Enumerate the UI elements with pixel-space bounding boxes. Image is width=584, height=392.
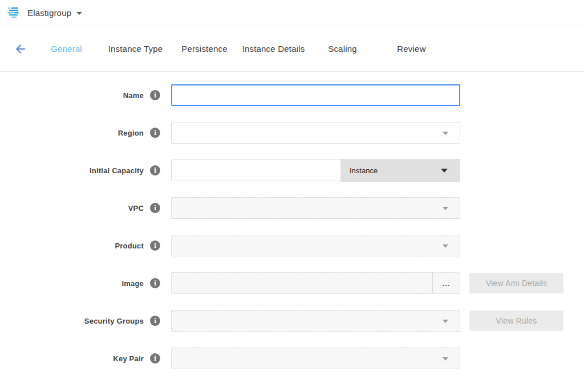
- name-input[interactable]: [171, 84, 460, 106]
- tab-instance-details[interactable]: Instance Details: [239, 44, 308, 54]
- image-row: Image i ... View Ami Details: [0, 272, 584, 294]
- initial-capacity-input[interactable]: [171, 160, 340, 181]
- product-label: Product: [115, 242, 144, 250]
- capacity-unit-select[interactable]: Instance: [340, 159, 460, 182]
- tab-persistence[interactable]: Persistence: [170, 44, 239, 54]
- security-groups-select: [171, 310, 460, 332]
- app-name: Elastigroup: [27, 8, 71, 18]
- region-row: Region i: [0, 122, 584, 144]
- vpc-label: VPC: [128, 204, 144, 213]
- security-groups-row: Security Groups i View Rules: [0, 310, 584, 332]
- image-label: Image: [121, 279, 144, 288]
- info-icon[interactable]: i: [150, 316, 160, 326]
- name-row: Name i: [0, 84, 584, 106]
- tab-instance-type[interactable]: Instance Type: [101, 44, 170, 54]
- view-ami-details-button: View Ami Details: [469, 273, 563, 293]
- chevron-down-icon: [443, 357, 448, 361]
- region-select[interactable]: [171, 122, 460, 144]
- product-select: [171, 235, 460, 256]
- top-header: Elastigroup: [0, 0, 584, 26]
- product-row: Product i: [0, 235, 584, 256]
- security-groups-label: Security Groups: [84, 317, 144, 325]
- vpc-row: VPC i: [0, 197, 584, 219]
- region-label: Region: [118, 129, 144, 137]
- capacity-unit-value: Instance: [350, 166, 378, 175]
- back-button[interactable]: [9, 42, 32, 56]
- initial-capacity-row: Initial Capacity i Instance: [0, 160, 584, 181]
- chevron-down-icon: [441, 169, 448, 173]
- chevron-down-icon: [443, 320, 448, 323]
- info-icon[interactable]: i: [150, 128, 160, 138]
- elastigroup-logo-icon: [7, 6, 22, 20]
- chevron-down-icon: [443, 244, 448, 248]
- general-form: Name i Region i Initial Capacity i: [0, 72, 584, 369]
- info-icon[interactable]: i: [150, 90, 160, 100]
- info-icon[interactable]: i: [150, 240, 160, 251]
- back-arrow-icon: [14, 42, 27, 56]
- vpc-select: [171, 197, 460, 219]
- info-icon[interactable]: i: [150, 165, 160, 175]
- wizard-tab-bar: General Instance Type Persistence Instan…: [0, 26, 584, 72]
- tab-general[interactable]: General: [32, 44, 101, 54]
- key-pair-row: Key Pair i: [0, 348, 584, 369]
- image-browse-button: ...: [432, 273, 460, 293]
- name-label: Name: [123, 91, 144, 100]
- info-icon[interactable]: i: [150, 353, 160, 364]
- image-input: ...: [171, 272, 460, 294]
- info-icon[interactable]: i: [150, 278, 160, 288]
- key-pair-label: Key Pair: [113, 354, 144, 363]
- chevron-down-icon: [443, 207, 448, 210]
- tabs: General Instance Type Persistence Instan…: [32, 44, 446, 54]
- chevron-down-icon: [443, 132, 448, 135]
- tab-scaling[interactable]: Scaling: [308, 44, 377, 54]
- tab-review[interactable]: Review: [377, 44, 446, 54]
- view-rules-button: View Rules: [469, 311, 563, 331]
- key-pair-select: [171, 348, 460, 369]
- info-icon[interactable]: i: [150, 203, 160, 213]
- initial-capacity-label: Initial Capacity: [90, 166, 144, 175]
- app-switcher-caret-icon[interactable]: [76, 12, 82, 15]
